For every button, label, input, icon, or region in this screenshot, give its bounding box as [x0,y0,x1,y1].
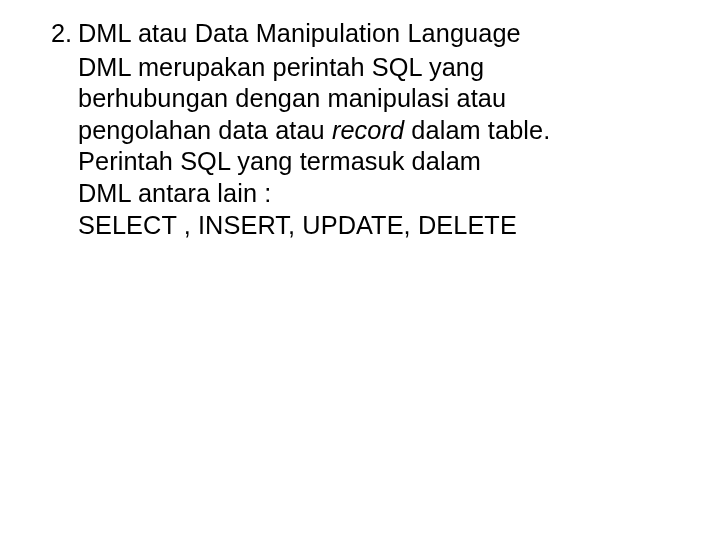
para-line-6: SELECT , INSERT, UPDATE, DELETE [78,210,680,242]
para-line-3b: dalam table. [404,116,550,144]
slide: 2. DML atau Data Manipulation Language D… [0,0,720,540]
para-line-3: pengolahan data atau record dalam table. [78,115,680,147]
para-line-3a: pengolahan data atau [78,116,332,144]
para-line-5: DML antara lain : [78,178,680,210]
para-line-3-italic: record [332,116,404,144]
para-line-2: berhubungan dengan manipulasi atau [78,83,680,115]
list-body: DML atau Data Manipulation Language DML … [78,18,680,241]
list-paragraph: DML merupakan perintah SQL yang berhubun… [78,52,680,242]
list-item-2: 2. DML atau Data Manipulation Language D… [38,18,680,241]
para-line-4: Perintah SQL yang termasuk dalam [78,146,680,178]
list-heading: DML atau Data Manipulation Language [78,18,680,50]
list-number: 2. [38,18,78,50]
para-line-1: DML merupakan perintah SQL yang [78,52,680,84]
